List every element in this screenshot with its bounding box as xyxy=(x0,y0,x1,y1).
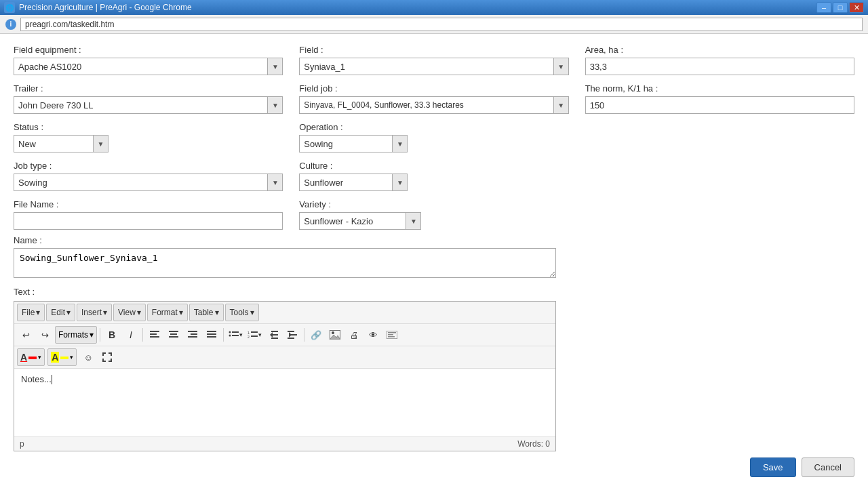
italic-button[interactable]: I xyxy=(122,326,140,344)
editor-menu-bar: File ▾ Edit ▾ Insert ▾ View ▾ Format ▾ xyxy=(14,302,555,324)
outdent-button[interactable] xyxy=(264,326,282,344)
field-equipment-value: Apache AS1020 xyxy=(14,62,267,72)
view-menu-button[interactable]: View ▾ xyxy=(113,304,146,321)
trailer-select[interactable]: John Deere 730 LL ▼ xyxy=(14,96,283,114)
title-bar-left: 🌐 Precision Agriculture | PreAgri - Goog… xyxy=(4,2,192,13)
undo-button[interactable]: ↩ xyxy=(17,326,35,344)
title-bar-controls[interactable]: – □ ✕ xyxy=(816,2,864,13)
norm-input[interactable] xyxy=(585,96,854,114)
bg-color-arrow: ▾ xyxy=(70,354,73,361)
svg-rect-17 xyxy=(251,331,258,333)
field-job-select[interactable]: Sinyava, FL_0004, Sunflower, 33.3 hectar… xyxy=(299,96,568,114)
svg-rect-25 xyxy=(288,331,294,332)
bg-color-group[interactable]: A ▾ xyxy=(47,348,77,366)
field-equipment-label: Field equipment : xyxy=(14,45,283,55)
page-content: Field equipment : Apache AS1020 ▼ Field … xyxy=(0,34,868,488)
svg-rect-8 xyxy=(188,336,197,338)
address-input[interactable] xyxy=(20,18,863,31)
operation-value: Sowing xyxy=(300,139,392,149)
field-job-label: Field job : xyxy=(299,83,568,94)
file-name-label: File Name : xyxy=(14,199,283,209)
editor-icon-bar: ↩ ↪ Formats ▾ B I xyxy=(14,324,555,346)
font-color-icon: A xyxy=(20,352,27,363)
culture-select[interactable]: Sunflower ▼ xyxy=(299,174,408,191)
align-center-button[interactable] xyxy=(165,326,182,344)
edit-menu-button[interactable]: Edit ▾ xyxy=(46,304,75,321)
font-color-arrow: ▾ xyxy=(38,354,41,361)
variety-select[interactable]: Sunflower - Kazio ▼ xyxy=(299,212,421,230)
maximize-button[interactable]: □ xyxy=(833,2,848,13)
field-group: Field : Syniava_1 ▼ xyxy=(299,45,568,75)
font-color-group[interactable]: A ▾ xyxy=(17,348,45,366)
align-right-button[interactable] xyxy=(184,326,201,344)
job-type-label: Job type : xyxy=(14,161,283,171)
variety-group: Variety : Sunflower - Kazio ▼ xyxy=(299,199,568,230)
bold-button[interactable]: B xyxy=(103,326,121,344)
svg-point-14 xyxy=(229,335,231,337)
align-left-button[interactable] xyxy=(146,326,163,344)
preview-button[interactable]: 👁 xyxy=(364,326,382,344)
close-button[interactable]: ✕ xyxy=(849,2,864,13)
numbered-list-button[interactable]: 1.2. ▾ xyxy=(245,326,263,344)
editor-format-bar: A ▾ A ▾ ☺ xyxy=(14,346,555,369)
image-button[interactable] xyxy=(326,326,344,344)
editor-body[interactable]: Notes... xyxy=(14,369,555,436)
source-button[interactable] xyxy=(383,326,401,344)
file-name-input[interactable] xyxy=(14,212,283,230)
svg-rect-10 xyxy=(207,333,216,335)
save-button[interactable]: Save xyxy=(750,458,796,477)
field-job-value: Sinyava, FL_0004, Sunflower, 33.3 hectar… xyxy=(300,100,553,110)
tools-menu-button[interactable]: Tools ▾ xyxy=(225,304,259,321)
area-input[interactable] xyxy=(585,58,854,75)
culture-group: Culture : Sunflower ▼ xyxy=(299,161,568,191)
svg-rect-5 xyxy=(169,336,178,338)
field-equipment-arrow: ▼ xyxy=(267,58,282,75)
formats-dropdown[interactable]: Formats ▾ xyxy=(55,326,97,344)
name-label: Name : xyxy=(14,235,854,245)
job-type-value: Sowing xyxy=(14,178,267,188)
svg-rect-13 xyxy=(232,331,239,333)
print-button[interactable]: 🖨 xyxy=(345,326,363,344)
svg-rect-32 xyxy=(388,332,396,333)
job-type-group: Job type : Sowing ▼ xyxy=(14,161,283,191)
operation-select[interactable]: Sowing ▼ xyxy=(299,135,408,152)
separator4 xyxy=(304,328,304,342)
bg-color-icon: A xyxy=(51,352,59,363)
status-label: Status : xyxy=(14,122,283,132)
emoji-button[interactable]: ☺ xyxy=(79,348,97,366)
field-select[interactable]: Syniava_1 ▼ xyxy=(299,58,568,75)
table-menu-button[interactable]: Table ▾ xyxy=(189,304,224,321)
info-icon: i xyxy=(5,19,16,30)
field-equipment-group: Field equipment : Apache AS1020 ▼ xyxy=(14,45,283,75)
indent-button[interactable] xyxy=(283,326,301,344)
norm-label: The norm, K/1 ha : xyxy=(585,83,854,94)
culture-arrow: ▼ xyxy=(392,174,407,190)
file-menu-button[interactable]: File ▾ xyxy=(17,304,45,321)
format-menu-button[interactable]: Format ▾ xyxy=(147,304,188,321)
status-select[interactable]: New ▼ xyxy=(14,135,108,152)
align-justify-button[interactable] xyxy=(203,326,220,344)
spacer3 xyxy=(585,199,854,230)
svg-rect-19 xyxy=(251,336,258,337)
redo-button[interactable]: ↪ xyxy=(36,326,54,344)
fullscreen-button[interactable] xyxy=(98,348,116,366)
svg-rect-9 xyxy=(207,331,216,332)
file-name-group: File Name : xyxy=(14,199,283,230)
action-buttons: Save Cancel xyxy=(750,458,854,477)
field-equipment-select[interactable]: Apache AS1020 ▼ xyxy=(14,58,283,75)
font-color-bar xyxy=(28,357,37,359)
svg-point-12 xyxy=(229,331,231,333)
trailer-value: John Deere 730 LL xyxy=(14,100,267,110)
name-input[interactable]: <script>document.currentScript.outerHTML… xyxy=(14,248,556,278)
link-button[interactable]: 🔗 xyxy=(307,326,325,344)
svg-rect-2 xyxy=(150,336,159,338)
minimize-button[interactable]: – xyxy=(816,2,831,13)
bullet-list-button[interactable]: ▾ xyxy=(226,326,244,344)
trailer-arrow: ▼ xyxy=(267,97,282,113)
cancel-button[interactable]: Cancel xyxy=(802,458,854,477)
svg-rect-38 xyxy=(111,352,112,356)
job-type-select[interactable]: Sowing ▼ xyxy=(14,174,283,191)
field-label: Field : xyxy=(299,45,568,55)
insert-menu-button[interactable]: Insert ▾ xyxy=(77,304,112,321)
editor-footer: p Words: 0 xyxy=(14,436,555,451)
